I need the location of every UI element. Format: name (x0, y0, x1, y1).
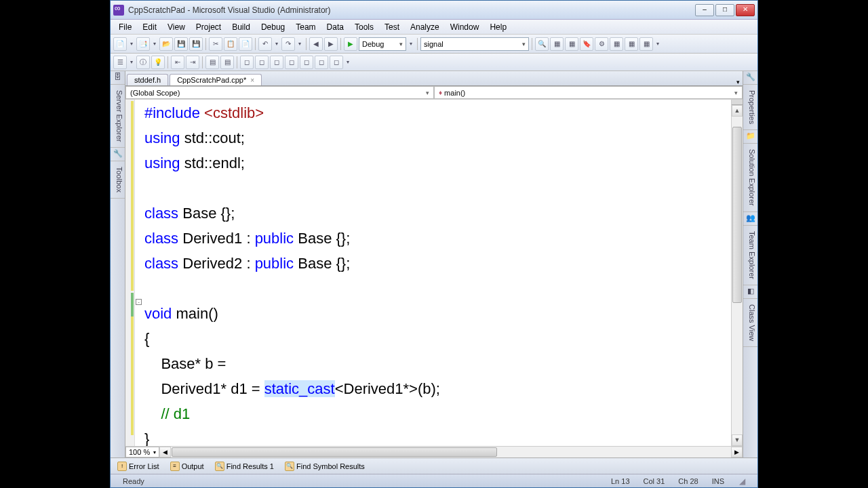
undo-dropdown-icon[interactable]: ▾ (273, 37, 280, 51)
class-view-icon[interactable]: ◧ (743, 285, 757, 299)
scroll-up-icon[interactable]: ▲ (732, 105, 743, 117)
menu-test[interactable]: Test (379, 21, 405, 33)
menu-data[interactable]: Data (321, 21, 349, 33)
scroll-down-icon[interactable]: ▼ (732, 434, 743, 446)
menu-help[interactable]: Help (484, 21, 512, 33)
toolbar2-overflow-icon[interactable]: ▾ (344, 56, 351, 69)
separator (205, 38, 206, 50)
menu-file[interactable]: File (113, 21, 137, 33)
toolbox-icon[interactable]: 🔧 (111, 148, 125, 161)
hscroll-thumb[interactable] (172, 447, 497, 457)
resize-grip-icon[interactable]: ◢ (739, 476, 745, 486)
start-debug-icon[interactable]: ▶ (344, 37, 357, 51)
output-tab[interactable]: ≡Output (166, 460, 208, 472)
menu-analyze[interactable]: Analyze (405, 21, 445, 33)
find-symbol-tab[interactable]: 🔍Find Symbol Results (281, 460, 369, 472)
menu-debug[interactable]: Debug (256, 21, 290, 33)
comment-sel-icon[interactable]: ▤ (205, 56, 219, 69)
menu-window[interactable]: Window (445, 21, 485, 33)
file-tab-stddef[interactable]: stddef.h (127, 74, 168, 85)
decrease-indent-icon[interactable]: ⇤ (171, 56, 184, 69)
team-explorer-tab[interactable]: Team Explorer (743, 226, 757, 285)
properties-icon[interactable]: 🔧 (743, 71, 757, 85)
save-icon[interactable]: 💾 (174, 37, 188, 51)
config-combo[interactable]: Debug (359, 37, 406, 51)
member-combo[interactable]: ♦main() (434, 86, 743, 99)
properties-tab[interactable]: Properties (743, 85, 757, 130)
param-info-icon[interactable]: ⓘ (136, 56, 150, 69)
member-list-icon[interactable]: ☰ (113, 56, 127, 69)
file-tab-cppscratchpad[interactable]: CppScratchPad.cpp*× (170, 74, 262, 85)
scroll-thumb[interactable] (732, 127, 742, 303)
tool-icon[interactable]: ⚙ (595, 37, 608, 51)
minimize-button[interactable]: – (695, 4, 714, 16)
solution-explorer-tab[interactable]: Solution Explorer (743, 144, 757, 212)
team-explorer-icon[interactable]: 👥 (743, 212, 757, 226)
copy-icon[interactable]: 📋 (224, 37, 237, 51)
menu-build[interactable]: Build (226, 21, 256, 33)
bookmark-prev-icon[interactable]: ◻ (255, 56, 269, 69)
server-explorer-tab[interactable]: Server Explorer (111, 85, 125, 148)
comment-icon[interactable]: ▦ (550, 37, 564, 51)
menu-view[interactable]: View (162, 21, 191, 33)
solution-explorer-icon[interactable]: 📁 (743, 130, 757, 144)
find-in-files-icon[interactable]: 🔍 (535, 37, 549, 51)
cut-icon[interactable]: ✂ (209, 37, 222, 51)
redo-dropdown-icon[interactable]: ▾ (296, 37, 303, 51)
bookmark-next-icon[interactable]: ◻ (270, 56, 283, 69)
code-text[interactable]: #include <cstdlib> using std::cout; usin… (143, 100, 731, 446)
toolbox-tab[interactable]: Toolbox (111, 161, 125, 199)
class-view-tab[interactable]: Class View (743, 299, 757, 347)
paste-icon[interactable]: 📄 (239, 37, 252, 51)
find-combo[interactable]: signal (420, 37, 529, 51)
close-button[interactable]: ✕ (736, 4, 755, 16)
menu-edit[interactable]: Edit (137, 21, 162, 33)
new-dropdown-icon[interactable]: ▾ (128, 37, 135, 51)
server-explorer-icon[interactable]: 🗄 (111, 71, 125, 85)
maximize-button[interactable]: □ (715, 4, 734, 16)
find-results-tab[interactable]: 🔍Find Results 1 (211, 460, 278, 472)
bookmark7-icon[interactable]: ◻ (330, 56, 343, 69)
horizontal-scrollbar[interactable]: ◀ ▶ (159, 447, 743, 458)
error-list-tab[interactable]: !Error List (113, 460, 163, 472)
vertical-scrollbar[interactable]: ▲ ▼ (731, 100, 743, 446)
outline-collapse-icon[interactable]: - (136, 299, 142, 305)
file-tabs: stddef.h CppScratchPad.cpp*× ▾ (125, 71, 743, 86)
body-area: 🗄 Server Explorer 🔧 Toolbox stddef.h Cpp… (111, 71, 757, 458)
open-icon[interactable]: 📂 (159, 37, 173, 51)
save-all-icon[interactable]: 💾 (189, 37, 203, 51)
nav-fwd-icon[interactable]: ▶ (324, 37, 338, 51)
uncomment-icon[interactable]: ▦ (565, 37, 578, 51)
add-item-icon[interactable]: 📑 (136, 37, 150, 51)
bookmark6-icon[interactable]: ◻ (315, 56, 328, 69)
split-handle[interactable] (732, 100, 743, 105)
tab-list-dropdown-icon[interactable]: ▾ (734, 79, 743, 85)
uncomment-sel-icon[interactable]: ▤ (220, 56, 234, 69)
add-dropdown-icon[interactable]: ▾ (151, 37, 158, 51)
undo-icon[interactable]: ↶ (258, 37, 272, 51)
code-area[interactable]: - #include <cstdlib> using std::cout; us… (125, 100, 743, 446)
scroll-left-icon[interactable]: ◀ (159, 447, 171, 458)
scope-combo[interactable]: (Global Scope) (125, 86, 434, 99)
bookmark5-icon[interactable]: ◻ (300, 56, 313, 69)
redo-icon[interactable]: ↷ (281, 37, 295, 51)
bookmark-clear-icon[interactable]: ◻ (285, 56, 298, 69)
tool2-icon[interactable]: ▦ (610, 37, 623, 51)
close-tab-icon[interactable]: × (250, 77, 254, 84)
menu-tools[interactable]: Tools (349, 21, 379, 33)
increase-indent-icon[interactable]: ⇥ (186, 56, 199, 69)
zoom-combo[interactable]: 100 % (125, 447, 159, 458)
new-project-icon[interactable]: 📄 (113, 37, 127, 51)
bookmark-icon[interactable]: 🔖 (580, 37, 593, 51)
tool4-icon[interactable]: ▦ (639, 37, 653, 51)
menu-project[interactable]: Project (191, 21, 226, 33)
member-dd-icon[interactable]: ▾ (128, 56, 135, 69)
nav-back-icon[interactable]: ◀ (309, 37, 323, 51)
platform-dropdown-icon[interactable]: ▾ (408, 37, 414, 51)
tool3-icon[interactable]: ▦ (625, 37, 638, 51)
bookmark-toggle-icon[interactable]: ◻ (240, 56, 254, 69)
menu-team[interactable]: Team (290, 21, 321, 33)
quick-info-icon[interactable]: 💡 (151, 56, 165, 69)
scroll-right-icon[interactable]: ▶ (731, 447, 743, 458)
toolbar-overflow-icon[interactable]: ▾ (654, 37, 661, 51)
